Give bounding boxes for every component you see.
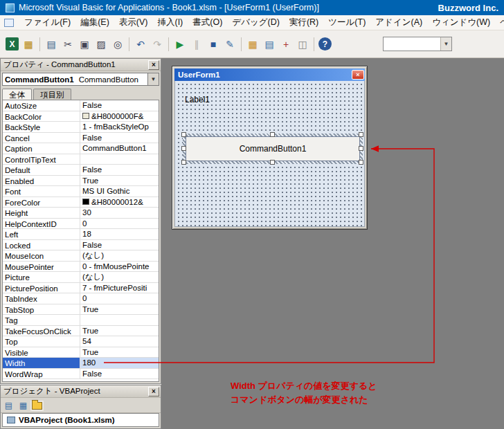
property-value[interactable]: True — [80, 176, 159, 186]
property-value[interactable]: 18 — [80, 229, 159, 239]
selection-handle-sw[interactable] — [181, 160, 186, 165]
toggle-folders-icon[interactable] — [32, 402, 42, 410]
commandbutton1-control[interactable]: CommandButton1 — [186, 136, 360, 161]
property-value[interactable]: False — [80, 133, 159, 143]
property-value[interactable]: MS UI Gothic — [80, 186, 159, 197]
design-mode-icon[interactable]: ✎ — [222, 37, 237, 52]
property-value[interactable]: True — [80, 326, 159, 336]
close-icon[interactable]: × — [148, 60, 159, 70]
userform-designer-window[interactable]: UserForm1 × Label1 CommandButton1 — [172, 66, 368, 230]
property-row-forecolor[interactable]: ForeColor&H80000012& — [3, 197, 159, 208]
property-row-tag[interactable]: Tag — [3, 315, 159, 326]
properties-window-icon[interactable]: ▤ — [262, 37, 277, 52]
property-row-tabstop[interactable]: TabStopTrue — [3, 304, 159, 316]
property-row-tabindex[interactable]: TabIndex0 — [3, 293, 159, 304]
menu-item[interactable]: デバッグ(D) — [227, 15, 285, 30]
property-value[interactable]: 1 - fmBackStyleOp — [80, 122, 159, 132]
property-row-wordwrap[interactable]: WordWrapFalse — [3, 369, 159, 380]
menu-item[interactable]: 書式(O) — [188, 15, 227, 30]
userform-canvas[interactable]: Label1 CommandButton1 — [174, 81, 365, 227]
toolbox-icon[interactable]: + — [278, 37, 294, 52]
property-row-picture[interactable]: Picture(なし) — [3, 272, 159, 283]
tab-all[interactable]: 全体 — [2, 89, 32, 100]
copy-icon[interactable]: ▣ — [77, 37, 92, 52]
property-value[interactable]: True — [80, 347, 159, 358]
view-code-icon[interactable]: ▤ — [3, 400, 15, 411]
menu-item[interactable]: ファイル(F) — [19, 15, 75, 30]
property-row-width[interactable]: Width180 — [3, 358, 159, 369]
object-browser-icon[interactable]: ◫ — [295, 37, 310, 52]
undo-icon[interactable]: ↶ — [133, 37, 148, 52]
property-row-top[interactable]: Top54 — [3, 336, 159, 347]
view-excel-icon[interactable]: X — [6, 37, 19, 51]
tree-item-vbaproject[interactable]: VBAProject (Book1.xlsm) — [7, 416, 159, 424]
reset-icon[interactable]: ■ — [206, 37, 221, 52]
paste-icon[interactable]: ▨ — [93, 37, 109, 52]
property-value[interactable]: 0 - fmMousePointe — [80, 262, 159, 272]
label1-control[interactable]: Label1 — [185, 95, 210, 104]
menu-item[interactable]: ヘルプ(H) — [495, 15, 504, 30]
property-value[interactable]: True — [80, 304, 159, 315]
property-row-caption[interactable]: CaptionCommandButton1 — [3, 143, 159, 154]
properties-panel-header[interactable]: プロパティ - CommandButton1 × — [1, 59, 161, 71]
cut-icon[interactable]: ✂ — [60, 37, 75, 52]
property-value[interactable]: (なし) — [80, 272, 159, 282]
property-row-backstyle[interactable]: BackStyle1 - fmBackStyleOp — [3, 122, 159, 133]
property-value[interactable]: 0 — [80, 293, 159, 304]
selection-handle-ne[interactable] — [359, 132, 363, 137]
selection-handle-n[interactable] — [270, 132, 275, 137]
chevron-down-icon[interactable]: ▼ — [440, 37, 451, 51]
property-row-takefocusonclick[interactable]: TakeFocusOnClickTrue — [3, 326, 159, 337]
property-value[interactable]: False — [80, 240, 159, 250]
menu-item[interactable]: アドイン(A) — [370, 15, 427, 30]
property-value[interactable] — [80, 315, 159, 325]
menu-item[interactable]: 編集(E) — [75, 15, 114, 30]
property-row-mouseicon[interactable]: MouseIcon(なし) — [3, 250, 159, 262]
property-value[interactable]: 54 — [80, 336, 159, 347]
menu-item[interactable]: ツール(T) — [323, 15, 370, 30]
menu-item[interactable]: 挿入(I) — [152, 15, 188, 30]
property-value[interactable]: &H80000012& — [80, 197, 159, 208]
property-row-left[interactable]: Left18 — [3, 229, 159, 240]
break-icon[interactable]: ∥ — [189, 37, 204, 52]
selection-handle-s[interactable] — [270, 160, 275, 165]
property-value[interactable]: 30 — [80, 208, 159, 218]
property-value[interactable]: 7 - fmPicturePositi — [80, 283, 159, 293]
toolbar-combobox[interactable]: ▼ — [383, 37, 452, 51]
property-row-height[interactable]: Height30 — [3, 208, 159, 219]
property-value[interactable]: (なし) — [80, 250, 159, 261]
property-row-pictureposition[interactable]: PicturePosition7 - fmPicturePositi — [3, 283, 159, 294]
redo-icon[interactable]: ↷ — [150, 37, 165, 52]
property-value[interactable]: False — [80, 165, 159, 175]
help-icon[interactable]: ? — [318, 37, 332, 51]
property-row-visible[interactable]: VisibleTrue — [3, 347, 159, 358]
property-value[interactable]: CommandButton1 — [80, 143, 159, 154]
property-value[interactable]: False — [80, 100, 159, 111]
project-panel-header[interactable]: プロジェクト - VBAProject × — [1, 385, 161, 398]
property-row-locked[interactable]: LockedFalse — [3, 240, 159, 251]
insert-userform-icon[interactable]: ▦ — [21, 37, 36, 52]
chevron-down-icon[interactable]: ▼ — [147, 73, 159, 85]
property-row-controltiptext[interactable]: ControlTipText — [3, 154, 159, 165]
menu-item[interactable]: 実行(R) — [285, 15, 323, 30]
menu-item[interactable]: ウィンドウ(W) — [427, 15, 495, 30]
property-value[interactable]: &H8000000F& — [80, 111, 159, 122]
property-row-autosize[interactable]: AutoSizeFalse — [3, 100, 159, 111]
view-object-icon[interactable]: ▦ — [17, 400, 29, 411]
selection-handle-w[interactable] — [181, 146, 186, 151]
property-row-default[interactable]: DefaultFalse — [3, 165, 159, 176]
close-icon[interactable]: × — [148, 387, 159, 396]
run-icon[interactable]: ▶ — [172, 37, 188, 52]
property-row-cancel[interactable]: CancelFalse — [3, 133, 159, 144]
save-icon[interactable]: ▤ — [44, 37, 59, 52]
selection-handle-nw[interactable] — [181, 132, 186, 137]
menu-item[interactable]: 表示(V) — [114, 15, 153, 30]
property-row-helpcontextid[interactable]: HelpContextID0 — [3, 219, 159, 230]
property-value[interactable]: 0 — [80, 219, 159, 229]
find-icon[interactable]: ◎ — [110, 37, 125, 52]
userform-titlebar[interactable]: UserForm1 × — [174, 69, 365, 81]
property-value[interactable]: 180 — [80, 358, 159, 368]
selection-handle-se[interactable] — [359, 160, 363, 165]
close-icon[interactable]: × — [352, 70, 364, 80]
property-row-font[interactable]: FontMS UI Gothic — [3, 186, 159, 197]
